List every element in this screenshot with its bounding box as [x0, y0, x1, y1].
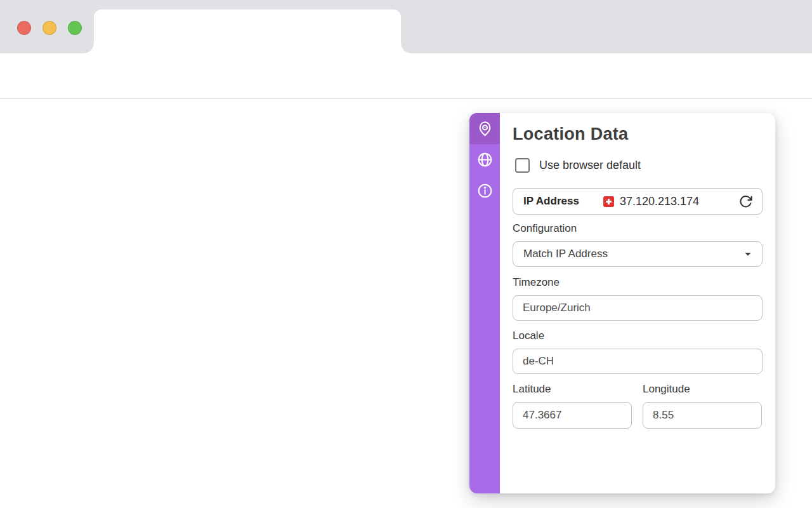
- configuration-label: Configuration: [513, 222, 577, 235]
- minimize-window-button[interactable]: [43, 21, 56, 35]
- window-controls: [17, 21, 82, 35]
- ip-address-box: IP Address 37.120.213.174: [513, 188, 763, 215]
- use-browser-default-checkbox[interactable]: [515, 158, 530, 173]
- configuration-select[interactable]: Match IP Address: [513, 241, 763, 267]
- tab-left-curve: [84, 43, 94, 53]
- page-content: Location Data Use browser default IP Add…: [0, 100, 812, 508]
- timezone-label: Timezone: [513, 276, 560, 289]
- refresh-ip-button[interactable]: [738, 194, 753, 209]
- browser-toolbar: [0, 53, 812, 99]
- popup-title: Location Data: [513, 124, 628, 144]
- globe-icon: [476, 151, 494, 168]
- use-browser-default-label: Use browser default: [539, 159, 641, 172]
- longitude-input[interactable]: [643, 402, 762, 429]
- tab-bar: [0, 0, 812, 53]
- sidebar-item-globe[interactable]: [469, 144, 500, 175]
- popup-content: Location Data Use browser default IP Add…: [500, 113, 775, 493]
- vytal-popup: Location Data Use browser default IP Add…: [469, 113, 775, 493]
- ip-address-label: IP Address: [523, 195, 579, 208]
- browser-tab[interactable]: [94, 10, 401, 53]
- swiss-flag-icon: [603, 196, 614, 207]
- tab-right-curve: [401, 43, 411, 53]
- maximize-window-button[interactable]: [68, 21, 82, 35]
- use-browser-default-row: Use browser default: [515, 158, 641, 173]
- ip-address-value: 37.120.213.174: [620, 195, 699, 208]
- browser-window: Location Data Use browser default IP Add…: [0, 0, 812, 508]
- timezone-input[interactable]: [513, 295, 763, 321]
- locale-label: Locale: [513, 330, 544, 342]
- info-icon: [476, 182, 494, 199]
- chevron-down-icon: [743, 249, 753, 259]
- configuration-value: Match IP Address: [523, 248, 608, 260]
- longitude-label: Longitude: [643, 383, 690, 396]
- popup-sidebar: [469, 113, 500, 493]
- sidebar-item-info[interactable]: [469, 175, 500, 206]
- locale-input[interactable]: [513, 349, 763, 374]
- location-pin-icon: [476, 120, 494, 137]
- latitude-label: Latitude: [513, 383, 551, 396]
- sidebar-item-location[interactable]: [469, 113, 500, 144]
- latitude-input[interactable]: [513, 402, 632, 429]
- close-window-button[interactable]: [17, 21, 31, 35]
